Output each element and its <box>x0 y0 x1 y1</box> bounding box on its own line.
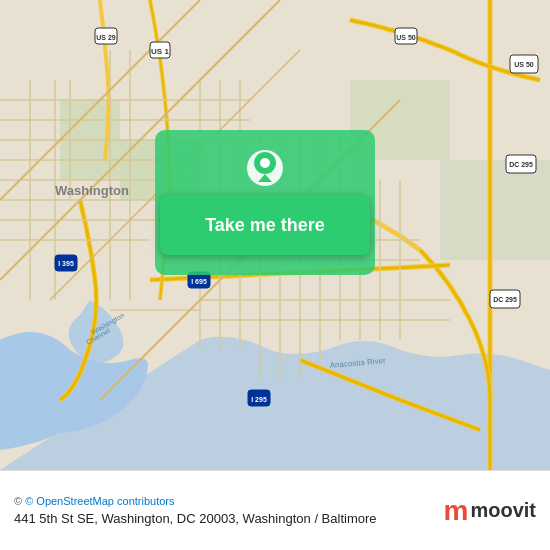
openstreetmap-credit: © © OpenStreetMap contributors <box>14 495 377 507</box>
moovit-icon: m <box>444 497 469 525</box>
svg-text:I 695: I 695 <box>191 278 207 285</box>
svg-rect-4 <box>440 160 550 260</box>
moovit-wordmark: moovit <box>470 499 536 522</box>
svg-text:US 50: US 50 <box>514 61 534 68</box>
copyright-symbol: © <box>14 495 22 507</box>
svg-text:I 395: I 395 <box>58 260 74 267</box>
address-line: 441 5th St SE, Washington, DC 20003, Was… <box>14 511 377 526</box>
map-container: US 1 US 29 US 50 US 50 I 395 I 695 I 295… <box>0 0 550 470</box>
attribution-block: © © OpenStreetMap contributors 441 5th S… <box>14 495 377 526</box>
svg-text:US 50: US 50 <box>396 34 416 41</box>
svg-text:US 29: US 29 <box>96 34 116 41</box>
svg-text:DC 295: DC 295 <box>493 296 517 303</box>
svg-text:DC 295: DC 295 <box>509 161 533 168</box>
svg-text:Washington: Washington <box>55 183 129 198</box>
take-me-there-button[interactable]: Take me there <box>160 195 370 255</box>
svg-text:US 1: US 1 <box>151 47 169 56</box>
moovit-logo: m moovit <box>444 497 536 525</box>
svg-point-66 <box>260 158 270 168</box>
bottom-bar: © © OpenStreetMap contributors 441 5th S… <box>0 470 550 550</box>
openstreetmap-link[interactable]: © OpenStreetMap contributors <box>25 495 174 507</box>
svg-text:I 295: I 295 <box>251 396 267 403</box>
